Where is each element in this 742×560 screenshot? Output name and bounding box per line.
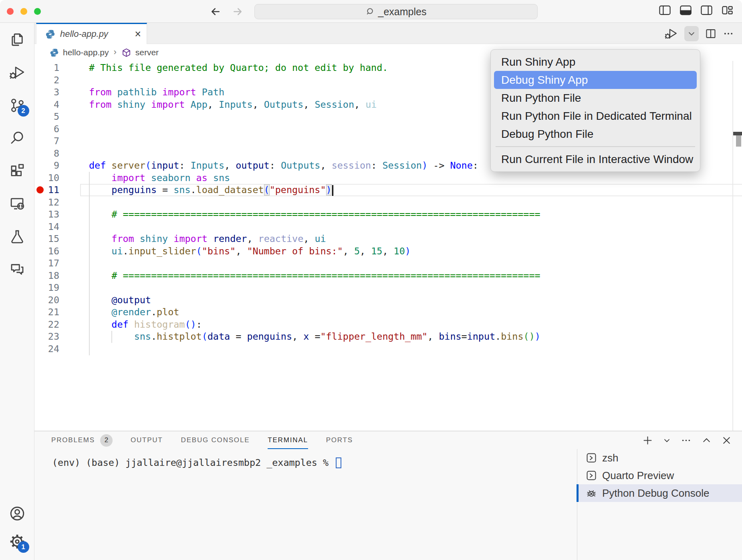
menu-item-run-current-file-in-interactive-window[interactable]: Run Current File in Interactive Window <box>491 150 700 168</box>
minimize-window-button[interactable] <box>20 8 27 15</box>
code-line[interactable]: 10 import seaborn as sns <box>34 172 742 184</box>
panel-tab-terminal[interactable]: TERMINAL <box>268 431 308 449</box>
code-line[interactable]: 14 <box>34 221 742 233</box>
toggle-secondary-sidebar-icon[interactable] <box>701 5 712 15</box>
debug-python-file-button[interactable] <box>664 27 678 40</box>
remote-explorer-icon[interactable] <box>8 194 27 214</box>
panel-tab-ports[interactable]: PORTS <box>326 431 353 449</box>
account-icon[interactable] <box>8 504 27 523</box>
code-line[interactable]: 15 from shiny import render, reactive, u… <box>34 233 742 245</box>
line-number: 2 <box>34 74 59 87</box>
gutter[interactable]: 7 <box>34 135 89 147</box>
toggle-panel-icon[interactable] <box>680 5 692 15</box>
close-tab-icon[interactable]: × <box>135 29 141 40</box>
gutter[interactable]: 18 <box>34 270 89 282</box>
gutter[interactable]: 16 <box>34 245 89 258</box>
gutter[interactable]: 1 <box>34 62 89 74</box>
code-line[interactable]: 12 <box>34 196 742 209</box>
panel-tab-bar: PROBLEMS2OUTPUTDEBUG CONSOLETERMINALPORT… <box>34 431 742 449</box>
zoom-window-button[interactable] <box>34 8 41 15</box>
terminal-viewport[interactable]: (env) (base) jjallaire@jjallairesmbp2 _e… <box>34 449 577 560</box>
line-number: 9 <box>34 159 59 172</box>
terminal-instance-label: zsh <box>602 452 618 464</box>
toggle-primary-sidebar-icon[interactable] <box>659 5 671 15</box>
customize-layout-icon[interactable] <box>722 5 733 15</box>
code-line[interactable]: 17 <box>34 257 742 270</box>
code-text: # ======================================… <box>89 270 742 282</box>
code-text: ui.input_slider("bins", "Number of bins:… <box>89 245 742 258</box>
gutter[interactable]: 15 <box>34 233 89 245</box>
gutter[interactable]: 20 <box>34 294 89 306</box>
menu-item-debug-shiny-app[interactable]: Debug Shiny App <box>494 71 697 89</box>
panel-tab-debug-console[interactable]: DEBUG CONSOLE <box>181 431 250 449</box>
code-line[interactable]: 19 <box>34 282 742 294</box>
scrollbar-thumb[interactable] <box>736 135 741 147</box>
terminal-list-item-zsh[interactable]: zsh <box>577 449 742 467</box>
gutter[interactable]: 12 <box>34 196 89 209</box>
gutter[interactable]: 21 <box>34 306 89 318</box>
back-arrow-icon[interactable] <box>210 6 222 18</box>
code-line[interactable]: 18 # ===================================… <box>34 270 742 282</box>
code-line[interactable]: 23 sns.histplot(data = penguins, x ="fli… <box>34 330 742 343</box>
gutter[interactable]: 6 <box>34 123 89 135</box>
code-line[interactable]: 21 @render.plot <box>34 306 742 318</box>
gutter[interactable]: 24 <box>34 343 89 355</box>
more-actions-icon[interactable] <box>723 28 734 39</box>
testing-icon[interactable] <box>8 227 27 246</box>
source-control-icon[interactable]: 2 <box>8 96 27 115</box>
terminal-list-item-quarto-preview[interactable]: Quarto Preview <box>577 467 742 484</box>
gutter[interactable]: 8 <box>34 147 89 160</box>
new-terminal-icon[interactable] <box>642 435 653 446</box>
gutter[interactable]: 19 <box>34 282 89 294</box>
gutter[interactable]: 23 <box>34 330 89 343</box>
panel-tab-label: DEBUG CONSOLE <box>181 436 250 444</box>
menu-item-run-python-file[interactable]: Run Python File <box>491 89 700 107</box>
terminal-prompt-text: (env) (base) jjallaire@jjallairesmbp2 _e… <box>52 457 334 468</box>
code-text: penguins = sns.load_dataset("penguins") <box>89 184 742 196</box>
breadcrumb-symbol[interactable]: server <box>135 48 159 57</box>
gutter[interactable]: 3 <box>34 86 89 99</box>
panel-tab-problems[interactable]: PROBLEMS2 <box>51 431 113 449</box>
python-file-icon <box>50 48 59 57</box>
command-center-search[interactable]: _examples <box>254 4 538 19</box>
forward-arrow-icon[interactable] <box>232 6 244 18</box>
search-sidebar-icon[interactable] <box>8 129 27 148</box>
activity-bar: 2 1 <box>0 23 34 560</box>
menu-item-run-shiny-app[interactable]: Run Shiny App <box>491 53 700 71</box>
gutter[interactable]: 22 <box>34 318 89 331</box>
gutter[interactable]: 5 <box>34 111 89 123</box>
panel-more-actions-icon[interactable] <box>681 435 692 446</box>
run-and-debug-icon[interactable] <box>8 63 27 82</box>
gutter[interactable]: 2 <box>34 74 89 87</box>
terminal-profile-chevron-icon[interactable] <box>663 437 671 444</box>
run-options-chevron-icon[interactable] <box>684 26 699 41</box>
menu-item-debug-python-file[interactable]: Debug Python File <box>491 125 700 143</box>
comments-icon[interactable] <box>8 260 27 279</box>
code-line[interactable]: 16 ui.input_slider("bins", "Number of bi… <box>34 245 742 258</box>
gutter[interactable]: 10 <box>34 172 89 184</box>
extensions-icon[interactable] <box>8 161 27 181</box>
tab-hello-app[interactable]: hello-app.py × <box>36 23 147 44</box>
code-line[interactable]: 11 penguins = sns.load_dataset("penguins… <box>34 184 742 196</box>
breadcrumb-file[interactable]: hello-app.py <box>63 48 109 57</box>
terminal-instance-label: Python Debug Console <box>602 487 709 500</box>
terminal-list-item-python-debug-console[interactable]: Python Debug Console <box>577 484 742 502</box>
code-line[interactable]: 22 def histogram(): <box>34 318 742 331</box>
maximize-panel-icon[interactable] <box>702 435 712 445</box>
gutter[interactable]: 11 <box>34 184 89 196</box>
gutter[interactable]: 9 <box>34 159 89 172</box>
gutter[interactable]: 17 <box>34 257 89 270</box>
settings-gear-icon[interactable]: 1 <box>8 532 27 551</box>
close-window-button[interactable] <box>7 8 14 15</box>
close-panel-icon[interactable] <box>722 435 732 445</box>
gutter[interactable]: 13 <box>34 208 89 221</box>
gutter[interactable]: 4 <box>34 99 89 111</box>
panel-tab-output[interactable]: OUTPUT <box>131 431 163 449</box>
gutter[interactable]: 14 <box>34 221 89 233</box>
code-line[interactable]: 20 @output <box>34 294 742 306</box>
code-line[interactable]: 13 # ===================================… <box>34 208 742 221</box>
split-editor-icon[interactable] <box>705 28 716 39</box>
explorer-icon[interactable] <box>8 30 27 49</box>
code-line[interactable]: 24 <box>34 343 742 355</box>
menu-item-run-python-file-in-dedicated-terminal[interactable]: Run Python File in Dedicated Terminal <box>491 107 700 125</box>
